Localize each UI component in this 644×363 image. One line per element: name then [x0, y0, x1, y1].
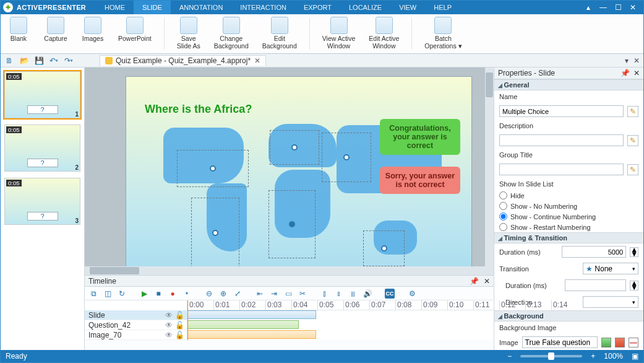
ribbon-powerpoint[interactable]: PowerPoint [116, 15, 154, 52]
panel-options-icon[interactable]: ▾ [625, 56, 629, 65]
desc-input[interactable] [499, 134, 624, 146]
dur-down[interactable]: ▼ [630, 252, 638, 256]
timeline-pin-icon[interactable]: 📌 [470, 277, 479, 286]
ribbon-save-slide-as[interactable]: Save Slide As [174, 15, 203, 52]
menu-tab-interaction[interactable]: INTERACTION [231, 1, 295, 14]
tl-cc-icon[interactable]: CC [385, 289, 395, 299]
zoom-slider[interactable] [520, 355, 582, 357]
bg-swatch-2[interactable] [615, 338, 625, 348]
panel-close-icon[interactable]: ✕ [633, 56, 640, 65]
ribbon-change-background[interactable]: Change Background [212, 15, 251, 52]
hotspot-au[interactable] [363, 230, 405, 266]
slide-thumb-2[interactable]: ?0:052 [3, 123, 82, 173]
menu-tab-annotation[interactable]: ANNOTATION [171, 1, 231, 14]
slide-thumb-1[interactable]: ?0:051 [3, 70, 82, 120]
timeline-close-icon[interactable]: ✕ [484, 277, 490, 286]
tl-zoomfit-icon[interactable]: ⤢ [233, 289, 243, 299]
lock-icon[interactable]: 🔓 [175, 321, 184, 330]
zoom-in-button[interactable]: + [591, 352, 595, 361]
playhead[interactable] [187, 300, 188, 340]
tl-play-button[interactable]: ▶ [139, 289, 149, 299]
hotspot-as[interactable] [322, 133, 371, 182]
bg-swatch-1[interactable] [601, 338, 611, 348]
tl-zoomout-icon[interactable]: ⊖ [204, 289, 214, 299]
document-tab[interactable]: Quiz Example - Quiz_Example_4.approj* ✕ [100, 55, 266, 66]
duration-input[interactable] [562, 246, 627, 258]
bg-remove[interactable]: — [629, 338, 638, 348]
showlist-option-2[interactable]: Show - Continue Numbering [494, 211, 643, 222]
tl-zoomin-icon[interactable]: ⊕ [218, 289, 228, 299]
section-general[interactable]: General [494, 79, 643, 90]
tl-loop-icon[interactable]: ↻ [117, 289, 127, 299]
close-button[interactable]: ✕ [629, 3, 637, 12]
lock-icon[interactable]: 🔓 [175, 311, 184, 320]
image-combo[interactable]: True False question [522, 336, 598, 348]
name-input[interactable] [499, 105, 624, 117]
feedback-correct[interactable]: Congratulations, your answer is correct [380, 119, 460, 155]
track-image_70[interactable]: Image_70👁🔓 [85, 330, 187, 340]
section-background[interactable]: Background [494, 310, 643, 321]
tl-audio-icon[interactable]: 🔊 [363, 289, 372, 299]
tl-stop-button[interactable]: ■ [153, 289, 163, 299]
tl-rec-drop-icon[interactable]: ▾ [182, 289, 192, 299]
ribbon-edit-active-window[interactable]: Edit Active Window [366, 15, 401, 52]
ribbon-capture[interactable]: Capture [41, 15, 70, 52]
tl-split-icon[interactable]: ◫ [103, 289, 113, 299]
tl-group3-icon[interactable]: ⫼ [348, 289, 358, 299]
showlist-option-1[interactable]: Show - No Numbering [494, 201, 643, 211]
canvas-h-scrollbar[interactable] [85, 266, 485, 275]
tl-marker-icon[interactable]: ▭ [283, 289, 293, 299]
tl-snap2-icon[interactable]: ⇥ [269, 289, 279, 299]
tl-snap-icon[interactable]: ⇤ [255, 289, 265, 299]
props-close-icon[interactable]: ✕ [633, 69, 640, 77]
showlist-option-0[interactable]: Hide [494, 190, 643, 201]
save-icon[interactable]: 💾 [34, 56, 44, 66]
menu-tab-home[interactable]: HOME [96, 1, 134, 14]
ribbon-view-active-window[interactable]: View Active Window [320, 15, 358, 52]
ribbon-images[interactable]: Images [79, 15, 107, 52]
slide-thumb-3[interactable]: ?0:053 [3, 177, 82, 226]
zoom-fit-button[interactable]: ▣ [632, 352, 638, 361]
tl-settings-icon[interactable]: ⚙ [407, 289, 417, 299]
hotspot-af[interactable] [268, 190, 316, 258]
clip-image[interactable] [187, 330, 316, 339]
transition-combo[interactable]: ★ None▾ [583, 263, 638, 274]
section-timing[interactable]: Timing & Transition [494, 232, 643, 243]
desc-edit-button[interactable]: ✎ [627, 135, 638, 146]
hotspot-sa[interactable] [191, 198, 239, 268]
feedback-incorrect[interactable]: Sorry, your answer is not correct [380, 167, 460, 194]
zoom-out-button[interactable]: − [507, 352, 512, 361]
hotspot-na[interactable] [177, 150, 249, 187]
tl-insert-icon[interactable]: ⧉ [88, 289, 98, 299]
canvas-v-scrollbar[interactable] [485, 68, 494, 275]
tdur-input[interactable] [565, 279, 627, 291]
eye-icon[interactable]: 👁 [165, 311, 173, 320]
group-edit-button[interactable]: ✎ [627, 164, 638, 175]
minimize-button[interactable]: — [599, 3, 608, 12]
track-slide[interactable]: Slide👁🔓 [85, 310, 187, 320]
maximize-button[interactable]: ☐ [614, 3, 622, 12]
menu-tab-help[interactable]: HELP [425, 1, 460, 14]
track-question_42[interactable]: Question_42👁🔓 [85, 320, 187, 330]
doc-close-icon[interactable]: ✕ [254, 56, 260, 65]
tl-record-button[interactable]: ● [168, 289, 178, 299]
props-pin-icon[interactable]: 📌 [620, 69, 630, 77]
open-icon[interactable]: 📂 [19, 56, 29, 66]
slide[interactable]: Where is the Africa? Con [126, 76, 472, 275]
eye-icon[interactable]: 👁 [165, 321, 173, 330]
menu-tab-view[interactable]: VIEW [390, 1, 425, 14]
dropdown-icon[interactable]: ▴ [584, 3, 593, 12]
group-input[interactable] [499, 164, 624, 175]
ribbon-batch-operations-[interactable]: Batch Operations ▾ [422, 15, 464, 52]
showlist-option-3[interactable]: Show - Restart Numbering [494, 222, 643, 232]
clip-question[interactable] [187, 320, 299, 329]
menu-tab-localize[interactable]: LOCALIZE [340, 1, 390, 14]
hotspot-eu[interactable] [270, 130, 319, 165]
name-edit-button[interactable]: ✎ [627, 106, 638, 117]
direction-combo[interactable]: ▾ [583, 296, 638, 308]
tl-group2-icon[interactable]: ⫾ [334, 289, 344, 299]
tdur-down[interactable]: ▼ [630, 286, 638, 290]
lock-icon[interactable]: 🔓 [175, 331, 184, 339]
clip-slide[interactable] [187, 310, 316, 319]
ribbon-blank[interactable]: Blank [4, 15, 33, 52]
